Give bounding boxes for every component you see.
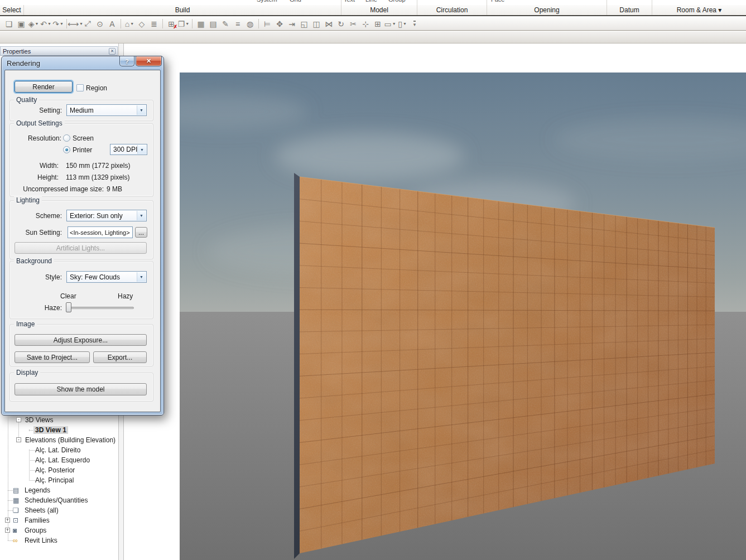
show-the-model-button[interactable]: Show the model [15, 383, 147, 395]
dropdown-arrow-icon[interactable]: ▼ [137, 211, 146, 220]
thin-lines-icon[interactable]: ≣ [148, 18, 160, 30]
sketch-icon[interactable]: ✎ [219, 18, 232, 30]
tree-item-revit-links[interactable]: ∞Revit Links [0, 535, 118, 545]
3d-view-scene[interactable] [180, 73, 746, 560]
ribbon-panel-circulation[interactable]: Circulation [417, 5, 487, 15]
red-x-overlay-icon: ✗ [173, 24, 177, 30]
tree-guide-stub [29, 460, 35, 461]
levels-icon[interactable]: ≡ [232, 18, 244, 30]
dropdown-arrow-icon[interactable]: ▼ [137, 145, 146, 154]
region-checkbox[interactable] [76, 84, 84, 91]
switch-windows-icon[interactable]: ❐▼ [177, 18, 190, 30]
ribbon-panel-room-area-[interactable]: Room & Area ▾ [652, 5, 746, 15]
tree-item-3d-view-1[interactable]: 3D View 1 [0, 425, 118, 435]
artificial-lights-button[interactable]: Artificial Lights... [15, 242, 147, 254]
tree-item-al-lat-esquerdo[interactable]: Alç. Lat. Esquerdo [0, 455, 118, 465]
height-label: Height: [20, 173, 59, 181]
dropdown-arrow-icon[interactable]: ▼ [137, 272, 146, 282]
background-style-dropdown[interactable]: Sky: Few Clouds ▼ [66, 271, 147, 283]
tree-item-label: Alç. Principal [35, 476, 74, 484]
export-button[interactable]: Export... [93, 351, 147, 363]
trim-icon[interactable]: ✂ [347, 18, 359, 30]
ungroup-icon[interactable]: ▯▼ [396, 18, 408, 30]
section-icon[interactable]: ◇ [136, 18, 148, 30]
expand-toggle-icon[interactable]: + [5, 518, 10, 523]
dpi-dropdown[interactable]: 300 DPI ▼ [110, 144, 147, 155]
mirror-axis-icon[interactable]: ◫ [310, 18, 323, 30]
schedule-properties-icon[interactable]: ▤ [207, 18, 219, 30]
close-hidden-windows-icon[interactable]: ⊞✗ [165, 18, 177, 30]
dropdown-arrow-icon[interactable]: ▼ [137, 105, 146, 115]
expand-toggle-icon[interactable]: + [5, 528, 10, 533]
tree-item-al-principal[interactable]: Alç. Principal [0, 475, 118, 485]
background-style-value: Sky: Few Clouds [70, 273, 120, 281]
tree-item-3d-views[interactable]: -3D Views [0, 415, 118, 425]
tree-item-elevations-building-elevation-[interactable]: -Elevations (Building Elevation) [0, 435, 118, 445]
tree-item-families[interactable]: +⊡Families [0, 515, 118, 525]
tree-item-legends[interactable]: ▤Legends [0, 485, 118, 495]
tree-item-label: Groups [25, 527, 46, 534]
tree-item-groups[interactable]: +◙Groups [0, 525, 118, 535]
dropdown-arrow-icon: ▼ [130, 22, 134, 26]
ribbon-panel-model[interactable]: Model [341, 5, 417, 15]
save-to-project-button[interactable]: Save to Project... [15, 351, 90, 363]
mirror-line-icon[interactable]: ⋈ [323, 18, 335, 30]
lighting-scheme-dropdown[interactable]: Exterior: Sun only ▼ [66, 210, 147, 221]
haze-slider-thumb[interactable] [66, 302, 71, 312]
resolution-printer-radio[interactable] [63, 146, 70, 153]
toolbar-overflow-icon[interactable]: ▾ [408, 18, 421, 30]
tree-item-label: Alç. Lat. Esquerdo [35, 456, 90, 464]
toolbar-separator [121, 19, 121, 28]
style-label: Style: [23, 273, 62, 281]
resolution-screen-radio[interactable] [63, 134, 70, 142]
copy-icon[interactable]: ◱ [298, 18, 310, 30]
tree-item-schedules-quantities[interactable]: ▦Schedules/Quantities [0, 495, 118, 505]
tag-icon[interactable]: ⊙ [94, 18, 106, 30]
render-sphere-icon[interactable]: ◍ [244, 18, 256, 30]
undo-icon[interactable]: ↶▼ [40, 18, 52, 30]
pin-glyph: ⊹ [362, 20, 369, 28]
ribbon-panel-select[interactable]: Select [0, 5, 23, 15]
save-icon[interactable]: ▣ [15, 18, 27, 30]
ribbon-panel-opening[interactable]: Opening [487, 5, 607, 15]
align-icon[interactable]: ⊨ [261, 18, 273, 30]
open-icon[interactable]: ❏ [3, 18, 15, 30]
offset-icon[interactable]: ⇥ [286, 18, 298, 30]
modify-icon[interactable]: ◈▼ [27, 18, 40, 30]
render-button[interactable]: Render [15, 81, 73, 93]
schedules-icon[interactable]: ▦ [195, 18, 207, 30]
drawing-area[interactable] [180, 73, 746, 560]
adjust-exposure-button[interactable]: Adjust Exposure... [15, 334, 147, 346]
array-icon[interactable]: ⊞ [372, 18, 384, 30]
sun-setting-browse-button[interactable]: ... [135, 227, 147, 238]
measure-icon[interactable]: ⟷▼ [69, 18, 81, 30]
tree-item-al-lat-direito[interactable]: Alç. Lat. Direito [0, 445, 118, 455]
rotate-icon[interactable]: ↻ [335, 18, 347, 30]
tree-item-sheets-all-[interactable]: ❏Sheets (all) [0, 505, 118, 515]
tree-item-al-posterior[interactable]: Alç. Posterior [0, 465, 118, 475]
pin-icon[interactable]: ⊹ [359, 18, 372, 30]
ribbon-divider [341, 0, 341, 5]
create-group-icon[interactable]: ▭▼ [384, 18, 396, 30]
properties-close-icon[interactable]: ✕ [109, 48, 115, 55]
ribbon-panel-build[interactable]: Build [23, 5, 341, 15]
aligned-dimension-icon[interactable]: ⤢ [81, 18, 94, 30]
haze-slider-track[interactable] [66, 307, 134, 309]
sun-setting-field[interactable]: <In-session, Lighting> [68, 226, 133, 238]
redo-icon[interactable]: ↷▼ [52, 18, 64, 30]
create-group-glyph: ▭ [384, 20, 391, 28]
wall-side-face[interactable] [294, 173, 300, 559]
quality-setting-dropdown[interactable]: Medium ▼ [66, 104, 147, 116]
collapse-toggle-icon[interactable]: - [16, 437, 21, 442]
redo-glyph: ↷ [52, 20, 59, 28]
properties-panel-header[interactable]: Properties ✕ [0, 46, 118, 56]
dialog-close-button[interactable]: ✕ [136, 56, 162, 66]
dialog-help-button[interactable]: ? [119, 56, 134, 66]
aligned-dimension-glyph: ⤢ [84, 19, 90, 28]
ribbon-panel-datum[interactable]: Datum [607, 5, 652, 15]
collapse-toggle-icon[interactable]: - [16, 417, 21, 422]
text-icon[interactable]: A [106, 18, 118, 30]
default-3d-view-icon[interactable]: ⌂▼ [123, 18, 136, 30]
move-icon[interactable]: ✥ [273, 18, 286, 30]
section-glyph: ◇ [139, 20, 145, 28]
